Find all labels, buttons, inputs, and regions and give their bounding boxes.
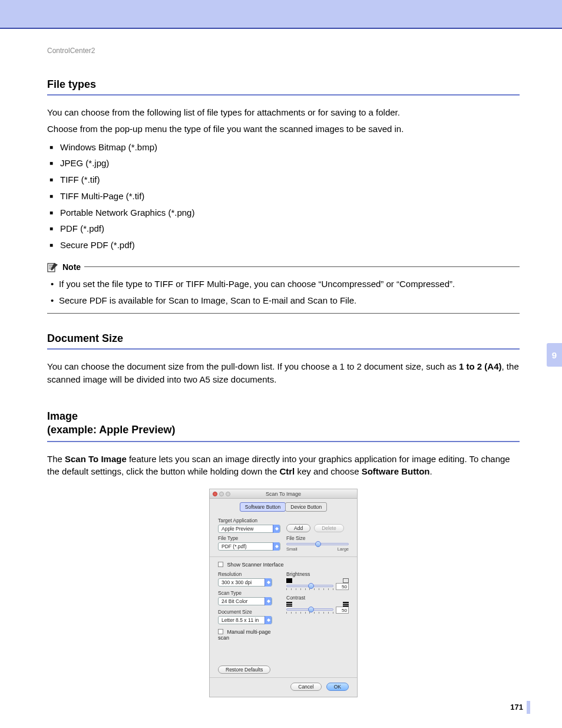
page-number: 171 xyxy=(510,703,523,711)
heading-image-example: Image (example: Apple Preview) xyxy=(47,410,520,437)
list-item: Secure PDF (*.pdf) xyxy=(49,237,520,253)
contrast-max-icon xyxy=(343,602,349,607)
select-value: Apple Preview xyxy=(222,526,253,532)
manual-multipage-checkbox[interactable] xyxy=(218,629,223,634)
text: The xyxy=(47,454,65,464)
note-item: If you set the file type to TIFF or TIFF… xyxy=(51,276,520,292)
stepper-icon xyxy=(273,525,280,533)
brightness-label: Brightness xyxy=(286,571,349,577)
scan-type-select[interactable]: 24 Bit Color xyxy=(218,597,272,605)
select-value: 300 x 300 dpi xyxy=(222,579,252,585)
brightness-min-icon xyxy=(286,578,292,583)
list-item: Portable Network Graphics (*.png) xyxy=(49,205,520,221)
note-label: Note xyxy=(62,262,81,272)
rule xyxy=(47,94,520,95)
slider-max-label: Large xyxy=(338,546,349,552)
list-item: JPEG (*.jpg) xyxy=(49,155,520,172)
body-text: Choose from the pop-up menu the type of … xyxy=(47,123,520,136)
contrast-slider[interactable] xyxy=(286,608,333,611)
note-rule xyxy=(84,266,520,267)
tab-device-button[interactable]: Device Button xyxy=(285,502,327,512)
chapter-tab: 9 xyxy=(547,343,562,367)
page-number-bar xyxy=(527,701,530,714)
resolution-select[interactable]: 300 x 300 dpi xyxy=(218,578,272,587)
file-size-slider[interactable] xyxy=(286,543,349,545)
text: You can choose the document size from th… xyxy=(47,361,459,371)
brightness-value[interactable]: 50 xyxy=(336,583,349,590)
note-rule xyxy=(47,313,520,314)
brightness-slider[interactable] xyxy=(286,585,333,587)
delete-button[interactable]: Delete xyxy=(314,524,344,532)
restore-defaults-button[interactable]: Restore Defaults xyxy=(218,666,270,674)
slider-min-label: Small xyxy=(286,546,297,552)
tab-software-button[interactable]: Software Button xyxy=(240,502,286,512)
text: key and choose xyxy=(295,466,361,476)
bold-text: Ctrl xyxy=(279,466,295,476)
heading-line: (example: Apple Preview) xyxy=(47,424,175,436)
resolution-label: Resolution xyxy=(218,571,280,577)
bold-text: 1 to 2 (A4) xyxy=(459,361,502,371)
rule xyxy=(47,348,520,350)
file-types-list: Windows Bitmap (*.bmp) JPEG (*.jpg) TIFF… xyxy=(47,139,520,253)
document-size-select[interactable]: Letter 8.5 x 11 in xyxy=(218,616,272,624)
target-application-select[interactable]: Apple Preview xyxy=(218,525,280,533)
file-type-select[interactable]: PDF (*.pdf) xyxy=(218,542,280,551)
note-block: Note If you set the file type to TIFF or… xyxy=(47,262,520,314)
header-band xyxy=(0,0,562,28)
show-scanner-checkbox[interactable] xyxy=(218,562,223,567)
body-text: You can choose the document size from th… xyxy=(47,360,520,386)
body-text: The Scan To Image feature lets you scan … xyxy=(47,453,520,479)
heading-line: Image xyxy=(47,410,78,422)
dialog-title: Scan To Image xyxy=(210,491,357,497)
select-value: PDF (*.pdf) xyxy=(222,543,247,549)
target-application-label: Target Application xyxy=(218,518,280,523)
list-item: TIFF Multi-Page (*.tif) xyxy=(49,188,520,205)
running-head: ControlCenter2 xyxy=(47,47,520,55)
heading-document-size: Document Size xyxy=(47,332,520,345)
list-item: PDF (*.pdf) xyxy=(49,220,520,237)
document-size-label: Document Size xyxy=(218,609,280,615)
select-value: 24 Bit Color xyxy=(222,598,247,604)
scan-type-label: Scan Type xyxy=(218,590,280,596)
file-size-label: File Size xyxy=(286,535,349,541)
heading-file-types: File types xyxy=(47,78,520,91)
list-item: Windows Bitmap (*.bmp) xyxy=(49,139,520,156)
stepper-icon xyxy=(265,597,272,605)
stepper-icon xyxy=(265,616,272,624)
note-icon xyxy=(47,262,59,272)
bold-text: Scan To Image xyxy=(65,454,127,464)
dialog-titlebar: Scan To Image xyxy=(210,489,357,499)
stepper-icon xyxy=(273,542,280,551)
brightness-max-icon xyxy=(343,578,349,583)
rule xyxy=(47,441,520,442)
stepper-icon xyxy=(265,578,272,587)
text: . xyxy=(430,466,432,476)
note-item: Secure PDF is available for Scan to Imag… xyxy=(51,292,520,309)
body-text: You can choose from the following list o… xyxy=(47,106,520,119)
show-scanner-label: Show Scanner Interface xyxy=(227,562,284,568)
contrast-label: Contrast xyxy=(286,595,349,601)
select-value: Letter 8.5 x 11 in xyxy=(222,617,259,623)
bold-text: Software Button xyxy=(362,466,430,476)
file-type-label: File Type xyxy=(218,535,280,541)
list-item: TIFF (*.tif) xyxy=(49,172,520,188)
contrast-min-icon xyxy=(286,602,292,607)
add-button[interactable]: Add xyxy=(286,524,310,532)
ok-button[interactable]: OK xyxy=(326,683,349,691)
manual-multipage-label: Manual multi-page scan xyxy=(218,629,271,641)
scan-to-image-dialog: Scan To Image Software Button Device But… xyxy=(209,489,358,697)
contrast-value[interactable]: 50 xyxy=(336,607,349,614)
cancel-button[interactable]: Cancel xyxy=(290,683,321,691)
